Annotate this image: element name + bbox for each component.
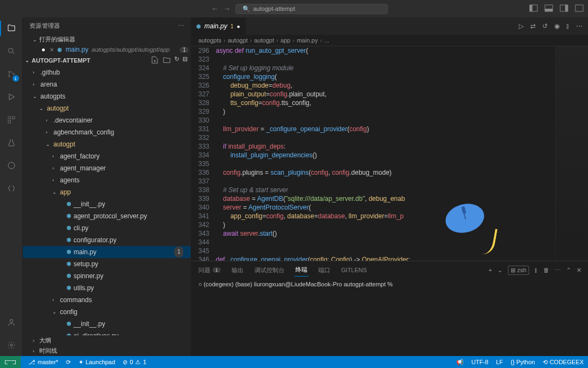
- panel-tab[interactable]: 问题1: [197, 264, 222, 277]
- tree-folder[interactable]: ⌄app: [23, 186, 191, 198]
- breadcrumb-item[interactable]: app: [281, 37, 290, 44]
- breadcrumb-item[interactable]: autogpts: [198, 37, 221, 44]
- tree-file[interactable]: ⬢utils.py: [23, 282, 191, 294]
- tree-folder[interactable]: ⌄autogpt: [23, 102, 191, 114]
- status-sync[interactable]: ⟳: [66, 359, 71, 366]
- tree-folder[interactable]: ›.devcontainer: [23, 114, 191, 126]
- panel-tab[interactable]: GITLENS: [340, 265, 368, 275]
- item-label: autogpts: [40, 91, 65, 102]
- tree-folder[interactable]: ›agents: [23, 174, 191, 186]
- split-terminal-icon[interactable]: ⫿: [535, 267, 538, 273]
- activity-scm-icon[interactable]: 1: [5, 68, 18, 81]
- panel-tab[interactable]: 输出: [231, 264, 245, 277]
- layout-right-icon[interactable]: [560, 4, 568, 14]
- code-content[interactable]: async def run_auto_gpt_server( # Set up …: [216, 46, 555, 261]
- command-center-search[interactable]: 🔍 autogpt-attempt: [235, 4, 388, 14]
- layout-bottom-icon[interactable]: [544, 4, 553, 14]
- refresh-icon[interactable]: ↻: [174, 56, 179, 65]
- tree-folder[interactable]: ⌄autogpts: [23, 90, 191, 102]
- tree-folder[interactable]: ›arena: [23, 78, 191, 90]
- breadcrumb-item[interactable]: autogpt: [228, 37, 248, 44]
- activity-extensions-icon[interactable]: [5, 113, 18, 126]
- tree-folder[interactable]: ⌄autogpt: [23, 138, 191, 150]
- terminal-shell-label[interactable]: ⊞ zsh: [508, 266, 529, 275]
- tree-folder[interactable]: ›.github: [23, 66, 191, 78]
- tree-folder[interactable]: ›agent_manager: [23, 162, 191, 174]
- close-panel-icon[interactable]: ✕: [577, 267, 581, 274]
- breadcrumb-item[interactable]: main.py: [297, 37, 318, 44]
- tree-folder[interactable]: ›agbenchmark_config: [23, 126, 191, 138]
- open-editors-section[interactable]: ⌄ 打开的编辑器: [23, 34, 191, 45]
- remote-indicator[interactable]: ⫍⫎: [0, 356, 21, 368]
- minimap[interactable]: [555, 46, 588, 261]
- tree-file[interactable]: ⬢agent_protocol_server.py: [23, 210, 191, 222]
- compare-icon[interactable]: ⇄: [530, 22, 536, 30]
- tree-file[interactable]: ⬢main.py1: [23, 246, 191, 258]
- status-encoding[interactable]: UTF-8: [471, 359, 488, 365]
- split-icon[interactable]: ⫿: [566, 22, 569, 30]
- code-editor[interactable]: 2963233243253263273283293303313323333343…: [191, 46, 588, 261]
- terminal[interactable]: ○ (codegeex) (base) liurongxuan@LiudeMac…: [191, 277, 588, 356]
- tree-file[interactable]: ⬢cli.py: [23, 222, 191, 234]
- more-icon[interactable]: ⋯: [555, 267, 561, 274]
- status-launchpad[interactable]: ✦ Launchpad: [78, 359, 115, 366]
- panel-tab[interactable]: 终端: [294, 263, 308, 277]
- nav-forward-icon[interactable]: →: [223, 4, 231, 13]
- status-codegeex[interactable]: ⟲ CODEGEEX: [543, 359, 584, 366]
- panel-tab[interactable]: 调试控制台: [253, 264, 286, 277]
- history-icon[interactable]: ↺: [542, 22, 548, 30]
- activity-remote-icon[interactable]: [5, 159, 18, 172]
- new-terminal-icon[interactable]: +: [488, 267, 492, 273]
- activity-settings-icon[interactable]: [5, 339, 18, 352]
- outline-section[interactable]: ›大纲: [23, 335, 191, 346]
- gitlens-icon[interactable]: ◉: [554, 22, 560, 30]
- svg-point-16: [8, 162, 15, 169]
- activity-debug-icon[interactable]: [5, 90, 18, 103]
- tree-file[interactable]: ⬢configurator.py: [23, 234, 191, 246]
- maximize-icon[interactable]: ⌃: [566, 267, 571, 274]
- timeline-section[interactable]: ›时间线: [23, 346, 191, 356]
- project-root-header[interactable]: ⌄ AUTOGPT-ATTEMPT ↻ ⊟: [23, 54, 191, 66]
- new-file-icon[interactable]: [150, 56, 159, 65]
- new-folder-icon[interactable]: [162, 56, 171, 65]
- activity-search-icon[interactable]: [5, 45, 18, 58]
- activity-account-icon[interactable]: [5, 316, 18, 329]
- trash-icon[interactable]: 🗑: [543, 267, 549, 273]
- tree-file[interactable]: ⬢setup.py: [23, 258, 191, 270]
- run-icon[interactable]: ▷: [519, 22, 524, 30]
- tree-folder[interactable]: ›commands: [23, 294, 191, 306]
- tree-file[interactable]: ⬢spinner.py: [23, 270, 191, 282]
- tree-file[interactable]: ⬢__init__.py: [23, 198, 191, 210]
- tree-folder[interactable]: ›agent_factory: [23, 150, 191, 162]
- tree-file[interactable]: ⬢ai_directives.py: [23, 330, 191, 335]
- breadcrumb-item[interactable]: ...: [324, 37, 329, 44]
- layout-left-icon[interactable]: [529, 4, 538, 14]
- file-tree: ›.github›arena⌄autogpts⌄autogpt›.devcont…: [23, 66, 191, 335]
- close-icon[interactable]: ✕: [50, 47, 54, 53]
- activity-gitlens-icon[interactable]: [5, 182, 18, 195]
- status-bar: ⫍⫎ ⎇ master* ⟳ ✦ Launchpad ⊘ 0 ⚠ 1 📢 UTF…: [0, 356, 588, 368]
- status-feedback-icon[interactable]: 📢: [456, 359, 464, 366]
- tree-file[interactable]: ⬢__init__.py: [23, 318, 191, 330]
- panel-tab[interactable]: 端口: [317, 264, 331, 277]
- item-label: commands: [60, 295, 92, 305]
- breadcrumbs[interactable]: autogpts›autogpt›autogpt›app›main.py›...: [191, 35, 588, 46]
- editor-area: ⬢ main.py 1 ● ▷ ⇄ ↺ ◉ ⫿ ⋯ autogpts›autog…: [191, 17, 588, 356]
- editor-tab-main[interactable]: ⬢ main.py 1 ●: [191, 17, 246, 35]
- tree-folder[interactable]: ⌄config: [23, 306, 191, 318]
- nav-back-icon[interactable]: ←: [211, 4, 219, 13]
- activity-testing-icon[interactable]: [5, 136, 18, 149]
- status-branch[interactable]: ⎇ master*: [28, 359, 58, 366]
- more-icon[interactable]: ⋯: [576, 22, 583, 30]
- open-editor-item[interactable]: ● ✕ ⬢ main.py autogpts/autogpt/autogpt/a…: [23, 45, 191, 54]
- breadcrumb-item[interactable]: autogpt: [254, 37, 274, 44]
- layout-customize-icon[interactable]: [575, 4, 584, 14]
- status-problems[interactable]: ⊘ 0 ⚠ 1: [123, 359, 146, 366]
- collapse-icon[interactable]: ⊟: [183, 56, 187, 65]
- more-icon[interactable]: ⋯: [178, 22, 184, 29]
- project-name: AUTOGPT-ATTEMPT: [32, 57, 90, 64]
- status-language[interactable]: {} Python: [511, 359, 535, 365]
- status-eol[interactable]: LF: [496, 359, 503, 365]
- terminal-dropdown-icon[interactable]: ⌄: [498, 267, 502, 274]
- activity-explorer-icon[interactable]: [5, 22, 18, 35]
